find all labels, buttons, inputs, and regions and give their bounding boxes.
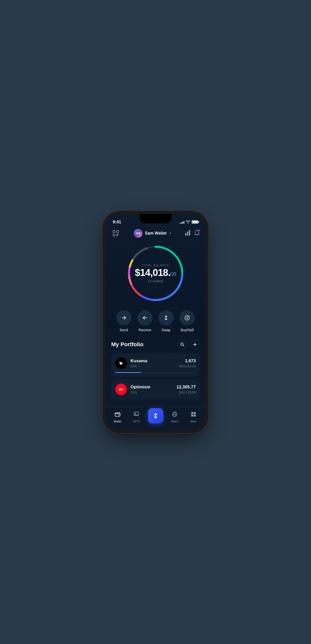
svg-rect-6 bbox=[185, 233, 186, 236]
kusama-percent: 32% bbox=[130, 364, 176, 368]
optimism-amount: 12,305.77 bbox=[176, 385, 196, 390]
receive-action[interactable]: Receive bbox=[137, 310, 153, 332]
buysell-button[interactable]: $ bbox=[179, 310, 195, 325]
svg-rect-1 bbox=[117, 230, 119, 233]
optimism-values: 12,305.77 $42,149.56 bbox=[176, 385, 196, 394]
svg-rect-40 bbox=[191, 412, 193, 414]
portfolio-actions bbox=[177, 340, 200, 349]
kusama-progress-bar bbox=[115, 372, 196, 373]
portfolio-header: My Portfolio bbox=[111, 340, 200, 349]
kusama-progress-fill bbox=[115, 372, 141, 373]
header-right bbox=[185, 230, 200, 237]
buysell-action[interactable]: $ Buy/Sell bbox=[179, 310, 195, 332]
nav-nfts-label: NFTs bbox=[133, 420, 140, 423]
phone-screen: 9:41 bbox=[106, 214, 205, 430]
kusama-amount: 1.673 bbox=[179, 358, 196, 364]
portfolio-title: My Portfolio bbox=[111, 341, 143, 348]
kusama-name: Kusama bbox=[130, 358, 176, 364]
nav-more-label: More bbox=[190, 420, 197, 423]
notification-dot bbox=[198, 229, 201, 232]
svg-rect-32 bbox=[115, 413, 120, 416]
nav-more[interactable]: More bbox=[184, 411, 203, 423]
more-nav-icon bbox=[190, 411, 197, 419]
svg-text:$: $ bbox=[187, 317, 188, 319]
nav-nfts[interactable]: NFTs bbox=[127, 411, 146, 423]
svg-rect-0 bbox=[113, 230, 115, 233]
svg-rect-2 bbox=[113, 234, 115, 236]
kusama-info: Kusama 32% bbox=[130, 358, 176, 368]
kusama-row: Kusama 32% 1.673 $43,003.34 bbox=[115, 357, 196, 369]
swap-action[interactable]: Swap bbox=[158, 310, 174, 332]
scan-icon[interactable] bbox=[111, 229, 120, 238]
balance-chart-section: TOTAL BALANCE $14,018.08 12 Assets bbox=[106, 240, 205, 305]
balance-cents: 08 bbox=[170, 271, 176, 277]
svg-rect-8 bbox=[189, 230, 190, 236]
add-asset-button[interactable] bbox=[190, 340, 200, 349]
status-time: 9:41 bbox=[113, 220, 121, 225]
receive-label: Receive bbox=[139, 328, 152, 332]
balance-label: TOTAL BALANCE bbox=[135, 264, 176, 267]
svg-point-33 bbox=[119, 415, 119, 415]
send-button[interactable] bbox=[116, 310, 132, 325]
header: SW Sam Wallet ▾ bbox=[106, 227, 205, 240]
nav-web3[interactable]: Web3 bbox=[165, 411, 184, 423]
chevron-down-icon: ▾ bbox=[170, 232, 171, 235]
assets-count: 12 Assets bbox=[135, 279, 176, 283]
status-icons bbox=[180, 220, 198, 224]
optimism-percent: 31% bbox=[130, 390, 173, 394]
kusama-usd: $43,003.34 bbox=[179, 364, 196, 368]
buysell-label: Buy/Sell bbox=[181, 328, 194, 332]
action-buttons: Send Receive bbox=[106, 305, 205, 335]
nav-center[interactable] bbox=[148, 408, 163, 426]
svg-point-35 bbox=[135, 413, 136, 414]
optimism-icon: OP bbox=[115, 384, 127, 395]
wifi-icon bbox=[186, 220, 190, 224]
nav-wallet-label: Wallet bbox=[114, 420, 121, 423]
kusama-values: 1.673 $43,003.34 bbox=[179, 358, 196, 368]
swap-label: Swap bbox=[162, 328, 171, 332]
svg-rect-7 bbox=[187, 232, 188, 236]
bell-container bbox=[194, 230, 200, 237]
notch bbox=[140, 214, 172, 223]
optimism-info: Optimism 31% bbox=[130, 385, 173, 394]
optimism-card[interactable]: OP Optimism 31% 12,305.77 $42,149.56 bbox=[111, 379, 200, 399]
balance-amount: $14,018.08 bbox=[135, 268, 176, 277]
chart-icon[interactable] bbox=[185, 230, 191, 237]
battery-icon bbox=[192, 220, 198, 224]
nav-wallet[interactable]: Wallet bbox=[108, 411, 127, 423]
nfts-nav-icon bbox=[133, 411, 139, 419]
signal-icon bbox=[180, 221, 184, 224]
svg-line-24 bbox=[183, 345, 184, 346]
donut-center: TOTAL BALANCE $14,018.08 12 Assets bbox=[135, 264, 176, 283]
balance-main: $14,018. bbox=[135, 267, 170, 278]
receive-button[interactable] bbox=[137, 310, 153, 325]
kusama-card[interactable]: Kusama 32% 1.673 $43,003.34 bbox=[111, 353, 200, 377]
optimism-usd: $42,149.56 bbox=[176, 390, 196, 394]
donut-chart: TOTAL BALANCE $14,018.08 12 Assets bbox=[125, 243, 186, 304]
center-action-button[interactable] bbox=[148, 408, 163, 423]
send-label: Send bbox=[120, 328, 128, 332]
search-button[interactable] bbox=[177, 340, 187, 349]
svg-rect-42 bbox=[191, 415, 193, 417]
svg-rect-41 bbox=[194, 412, 196, 414]
kusama-icon bbox=[115, 357, 127, 369]
avatar: SW bbox=[134, 229, 142, 238]
nav-web3-label: Web3 bbox=[171, 420, 178, 423]
bottom-navigation: Wallet NFTs bbox=[106, 407, 205, 430]
phone-frame: 9:41 bbox=[106, 214, 205, 430]
svg-text:OP: OP bbox=[119, 388, 124, 391]
svg-rect-43 bbox=[194, 415, 196, 417]
swap-button[interactable] bbox=[158, 310, 174, 325]
send-action[interactable]: Send bbox=[116, 310, 132, 332]
optimism-name: Optimism bbox=[130, 385, 173, 390]
optimism-row: OP Optimism 31% 12,305.77 $42,149.56 bbox=[115, 384, 196, 395]
wallet-selector[interactable]: SW Sam Wallet ▾ bbox=[134, 229, 171, 238]
web3-nav-icon bbox=[172, 411, 178, 419]
wallet-nav-icon bbox=[114, 411, 121, 419]
wallet-name: Sam Wallet bbox=[145, 231, 167, 236]
